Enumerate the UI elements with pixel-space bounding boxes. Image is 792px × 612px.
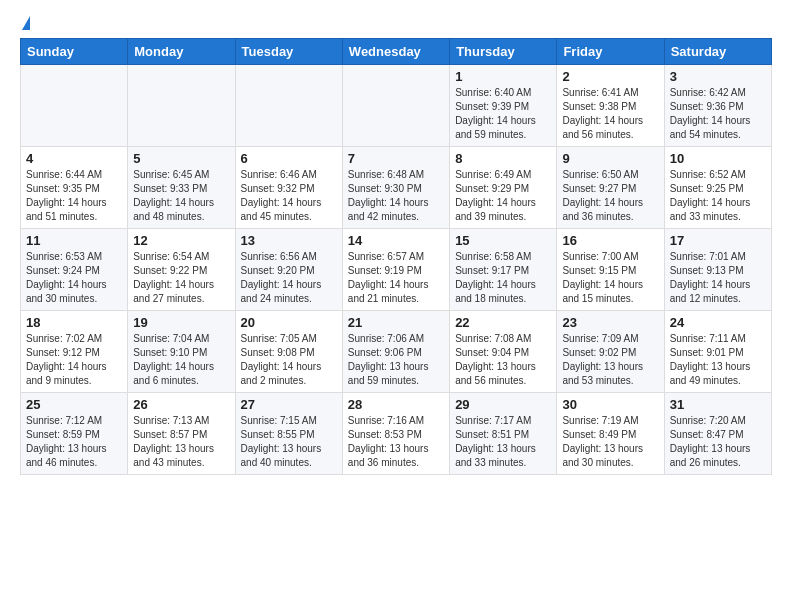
day-number: 7 [348,151,444,166]
day-info: Sunrise: 7:12 AM Sunset: 8:59 PM Dayligh… [26,414,122,470]
calendar-cell: 15Sunrise: 6:58 AM Sunset: 9:17 PM Dayli… [450,229,557,311]
day-number: 8 [455,151,551,166]
calendar-cell: 19Sunrise: 7:04 AM Sunset: 9:10 PM Dayli… [128,311,235,393]
calendar-cell: 25Sunrise: 7:12 AM Sunset: 8:59 PM Dayli… [21,393,128,475]
day-info: Sunrise: 7:01 AM Sunset: 9:13 PM Dayligh… [670,250,766,306]
calendar-cell: 12Sunrise: 6:54 AM Sunset: 9:22 PM Dayli… [128,229,235,311]
calendar-cell: 6Sunrise: 6:46 AM Sunset: 9:32 PM Daylig… [235,147,342,229]
day-number: 13 [241,233,337,248]
day-number: 17 [670,233,766,248]
day-number: 4 [26,151,122,166]
calendar-cell: 27Sunrise: 7:15 AM Sunset: 8:55 PM Dayli… [235,393,342,475]
calendar-cell: 29Sunrise: 7:17 AM Sunset: 8:51 PM Dayli… [450,393,557,475]
calendar-week-row: 18Sunrise: 7:02 AM Sunset: 9:12 PM Dayli… [21,311,772,393]
day-number: 28 [348,397,444,412]
day-number: 1 [455,69,551,84]
day-number: 20 [241,315,337,330]
day-number: 25 [26,397,122,412]
calendar-cell: 2Sunrise: 6:41 AM Sunset: 9:38 PM Daylig… [557,65,664,147]
calendar-cell: 1Sunrise: 6:40 AM Sunset: 9:39 PM Daylig… [450,65,557,147]
day-info: Sunrise: 7:20 AM Sunset: 8:47 PM Dayligh… [670,414,766,470]
day-info: Sunrise: 7:08 AM Sunset: 9:04 PM Dayligh… [455,332,551,388]
day-info: Sunrise: 7:17 AM Sunset: 8:51 PM Dayligh… [455,414,551,470]
day-number: 26 [133,397,229,412]
day-number: 29 [455,397,551,412]
calendar-cell: 3Sunrise: 6:42 AM Sunset: 9:36 PM Daylig… [664,65,771,147]
day-info: Sunrise: 6:44 AM Sunset: 9:35 PM Dayligh… [26,168,122,224]
calendar-cell: 5Sunrise: 6:45 AM Sunset: 9:33 PM Daylig… [128,147,235,229]
calendar-cell [235,65,342,147]
day-number: 3 [670,69,766,84]
calendar-cell: 31Sunrise: 7:20 AM Sunset: 8:47 PM Dayli… [664,393,771,475]
day-info: Sunrise: 7:13 AM Sunset: 8:57 PM Dayligh… [133,414,229,470]
day-number: 23 [562,315,658,330]
day-number: 15 [455,233,551,248]
calendar-cell: 11Sunrise: 6:53 AM Sunset: 9:24 PM Dayli… [21,229,128,311]
calendar-week-row: 1Sunrise: 6:40 AM Sunset: 9:39 PM Daylig… [21,65,772,147]
calendar-cell: 13Sunrise: 6:56 AM Sunset: 9:20 PM Dayli… [235,229,342,311]
day-number: 5 [133,151,229,166]
calendar-cell: 22Sunrise: 7:08 AM Sunset: 9:04 PM Dayli… [450,311,557,393]
calendar-cell: 24Sunrise: 7:11 AM Sunset: 9:01 PM Dayli… [664,311,771,393]
day-number: 18 [26,315,122,330]
calendar-week-row: 25Sunrise: 7:12 AM Sunset: 8:59 PM Dayli… [21,393,772,475]
day-number: 31 [670,397,766,412]
day-info: Sunrise: 6:56 AM Sunset: 9:20 PM Dayligh… [241,250,337,306]
header [20,16,772,28]
day-info: Sunrise: 7:09 AM Sunset: 9:02 PM Dayligh… [562,332,658,388]
calendar-cell: 8Sunrise: 6:49 AM Sunset: 9:29 PM Daylig… [450,147,557,229]
logo-triangle-icon [22,16,30,30]
day-info: Sunrise: 6:48 AM Sunset: 9:30 PM Dayligh… [348,168,444,224]
day-number: 21 [348,315,444,330]
weekday-header-saturday: Saturday [664,39,771,65]
day-info: Sunrise: 6:58 AM Sunset: 9:17 PM Dayligh… [455,250,551,306]
calendar-cell: 23Sunrise: 7:09 AM Sunset: 9:02 PM Dayli… [557,311,664,393]
calendar-cell: 26Sunrise: 7:13 AM Sunset: 8:57 PM Dayli… [128,393,235,475]
day-number: 16 [562,233,658,248]
day-info: Sunrise: 7:02 AM Sunset: 9:12 PM Dayligh… [26,332,122,388]
logo [20,16,30,28]
calendar-cell: 30Sunrise: 7:19 AM Sunset: 8:49 PM Dayli… [557,393,664,475]
calendar-cell: 4Sunrise: 6:44 AM Sunset: 9:35 PM Daylig… [21,147,128,229]
calendar-cell: 28Sunrise: 7:16 AM Sunset: 8:53 PM Dayli… [342,393,449,475]
day-number: 22 [455,315,551,330]
day-number: 12 [133,233,229,248]
calendar-cell: 20Sunrise: 7:05 AM Sunset: 9:08 PM Dayli… [235,311,342,393]
calendar-week-row: 11Sunrise: 6:53 AM Sunset: 9:24 PM Dayli… [21,229,772,311]
day-info: Sunrise: 6:50 AM Sunset: 9:27 PM Dayligh… [562,168,658,224]
day-number: 30 [562,397,658,412]
calendar-cell [21,65,128,147]
day-info: Sunrise: 7:16 AM Sunset: 8:53 PM Dayligh… [348,414,444,470]
day-info: Sunrise: 7:19 AM Sunset: 8:49 PM Dayligh… [562,414,658,470]
day-number: 19 [133,315,229,330]
weekday-header-wednesday: Wednesday [342,39,449,65]
calendar-cell: 21Sunrise: 7:06 AM Sunset: 9:06 PM Dayli… [342,311,449,393]
weekday-header-monday: Monday [128,39,235,65]
weekday-header-sunday: Sunday [21,39,128,65]
calendar-cell: 14Sunrise: 6:57 AM Sunset: 9:19 PM Dayli… [342,229,449,311]
day-info: Sunrise: 7:00 AM Sunset: 9:15 PM Dayligh… [562,250,658,306]
day-number: 10 [670,151,766,166]
calendar-cell: 17Sunrise: 7:01 AM Sunset: 9:13 PM Dayli… [664,229,771,311]
weekday-header-thursday: Thursday [450,39,557,65]
day-info: Sunrise: 6:53 AM Sunset: 9:24 PM Dayligh… [26,250,122,306]
page: SundayMondayTuesdayWednesdayThursdayFrid… [0,0,792,612]
day-info: Sunrise: 6:49 AM Sunset: 9:29 PM Dayligh… [455,168,551,224]
day-info: Sunrise: 6:41 AM Sunset: 9:38 PM Dayligh… [562,86,658,142]
day-info: Sunrise: 6:57 AM Sunset: 9:19 PM Dayligh… [348,250,444,306]
day-info: Sunrise: 7:05 AM Sunset: 9:08 PM Dayligh… [241,332,337,388]
day-number: 2 [562,69,658,84]
day-info: Sunrise: 6:54 AM Sunset: 9:22 PM Dayligh… [133,250,229,306]
day-number: 24 [670,315,766,330]
day-number: 6 [241,151,337,166]
calendar-cell: 16Sunrise: 7:00 AM Sunset: 9:15 PM Dayli… [557,229,664,311]
day-number: 27 [241,397,337,412]
day-info: Sunrise: 6:42 AM Sunset: 9:36 PM Dayligh… [670,86,766,142]
day-info: Sunrise: 7:11 AM Sunset: 9:01 PM Dayligh… [670,332,766,388]
day-info: Sunrise: 7:15 AM Sunset: 8:55 PM Dayligh… [241,414,337,470]
day-info: Sunrise: 7:06 AM Sunset: 9:06 PM Dayligh… [348,332,444,388]
calendar-cell: 18Sunrise: 7:02 AM Sunset: 9:12 PM Dayli… [21,311,128,393]
calendar-cell [342,65,449,147]
calendar-week-row: 4Sunrise: 6:44 AM Sunset: 9:35 PM Daylig… [21,147,772,229]
day-info: Sunrise: 6:40 AM Sunset: 9:39 PM Dayligh… [455,86,551,142]
